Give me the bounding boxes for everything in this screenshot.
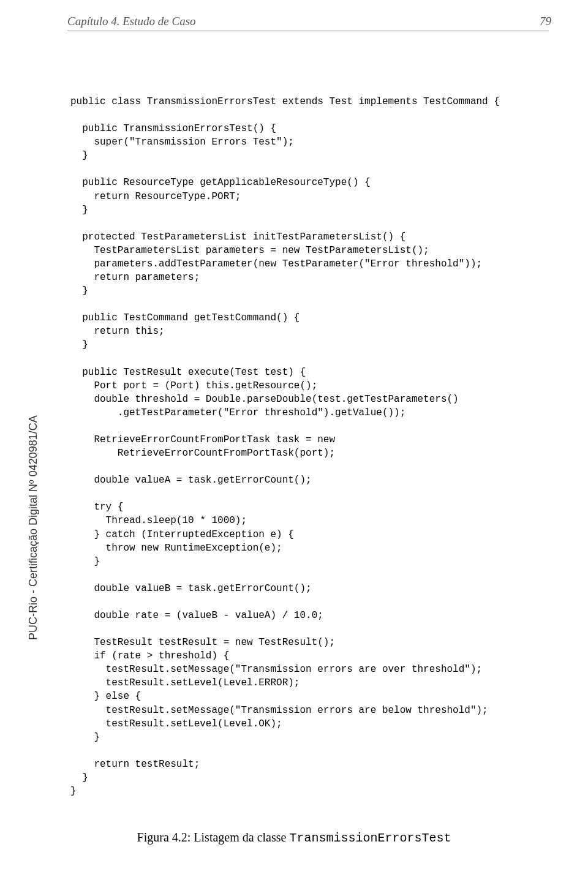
header-rule bbox=[67, 31, 549, 31]
header-page-number: 79 bbox=[540, 15, 551, 28]
certification-sidebar: PUC-Rio - Certificação Digital Nº 042098… bbox=[27, 415, 40, 640]
figure-caption: Figura 4.2: Listagem da classe Transmiss… bbox=[0, 830, 588, 845]
caption-classname: TransmissionErrorsTest bbox=[289, 831, 451, 845]
code-listing: public class TransmissionErrorsTest exte… bbox=[70, 95, 557, 798]
caption-prefix: Figura 4.2: Listagem da classe bbox=[137, 830, 290, 844]
header-chapter: Capítulo 4. Estudo de Caso bbox=[67, 15, 196, 28]
page-header: Capítulo 4. Estudo de Caso 79 bbox=[67, 15, 551, 28]
